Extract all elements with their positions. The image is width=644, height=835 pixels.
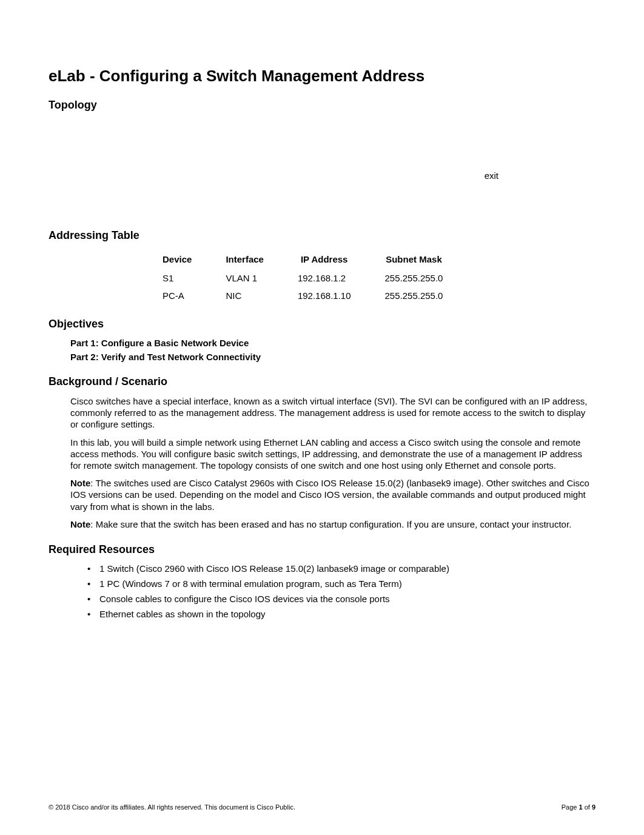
resource-item: 1 PC (Windows 7 or 8 with terminal emula… bbox=[87, 578, 595, 589]
background-paragraph: In this lab, you will build a simple net… bbox=[70, 437, 594, 472]
cell-ip: 192.168.1.10 bbox=[281, 287, 368, 304]
cell-ip: 192.168.1.2 bbox=[281, 269, 368, 287]
note-text: : The switches used are Cisco Catalyst 2… bbox=[70, 478, 589, 511]
resource-item: Console cables to configure the Cisco IO… bbox=[87, 594, 595, 604]
background-paragraph: Note: The switches used are Cisco Cataly… bbox=[70, 477, 594, 512]
copyright-text: © 2018 Cisco and/or its affiliates. All … bbox=[49, 803, 295, 811]
page-number: Page 1 of 9 bbox=[562, 803, 595, 811]
table-row: S1 VLAN 1 192.168.1.2 255.255.255.0 bbox=[146, 269, 460, 287]
cell-mask: 255.255.255.0 bbox=[368, 269, 460, 287]
note-text: : Make sure that the switch has been era… bbox=[90, 519, 571, 529]
table-header-row: Device Interface IP Address Subnet Mask bbox=[146, 249, 460, 269]
document-title: eLab - Configuring a Switch Management A… bbox=[49, 67, 595, 86]
topology-diagram-area: exit bbox=[49, 119, 595, 216]
col-device: Device bbox=[146, 249, 209, 269]
addressing-table: Device Interface IP Address Subnet Mask … bbox=[146, 249, 460, 304]
cell-interface: VLAN 1 bbox=[209, 269, 281, 287]
col-interface: Interface bbox=[209, 249, 281, 269]
objectives-heading: Objectives bbox=[49, 318, 595, 330]
page-of: of bbox=[583, 803, 592, 811]
resources-heading: Required Resources bbox=[49, 543, 595, 556]
col-subnet-mask: Subnet Mask bbox=[368, 249, 460, 269]
table-row: PC-A NIC 192.168.1.10 255.255.255.0 bbox=[146, 287, 460, 304]
cell-mask: 255.255.255.0 bbox=[368, 287, 460, 304]
resource-item: 1 Switch (Cisco 2960 with Cisco IOS Rele… bbox=[87, 563, 595, 574]
addressing-table-heading: Addressing Table bbox=[49, 229, 595, 242]
cell-device: PC-A bbox=[146, 287, 209, 304]
resource-item: Ethernet cables as shown in the topology bbox=[87, 609, 595, 619]
topology-exit-text: exit bbox=[485, 170, 498, 181]
objective-item: Part 2: Verify and Test Network Connecti… bbox=[70, 352, 595, 362]
page-total: 9 bbox=[592, 803, 595, 811]
background-paragraph: Note: Make sure that the switch has been… bbox=[70, 518, 594, 530]
background-heading: Background / Scenario bbox=[49, 375, 595, 388]
background-body: Cisco switches have a special interface,… bbox=[49, 395, 595, 530]
page-footer: © 2018 Cisco and/or its affiliates. All … bbox=[49, 803, 595, 811]
resources-list: 1 Switch (Cisco 2960 with Cisco IOS Rele… bbox=[49, 563, 595, 619]
page-prefix: Page bbox=[562, 803, 579, 811]
col-ip-address: IP Address bbox=[281, 249, 368, 269]
topology-heading: Topology bbox=[49, 99, 595, 112]
cell-interface: NIC bbox=[209, 287, 281, 304]
background-paragraph: Cisco switches have a special interface,… bbox=[70, 395, 594, 431]
objective-item: Part 1: Configure a Basic Network Device bbox=[70, 338, 595, 348]
note-prefix: Note bbox=[70, 478, 90, 488]
note-prefix: Note bbox=[70, 519, 90, 529]
objectives-block: Part 1: Configure a Basic Network Device… bbox=[49, 338, 595, 362]
cell-device: S1 bbox=[146, 269, 209, 287]
